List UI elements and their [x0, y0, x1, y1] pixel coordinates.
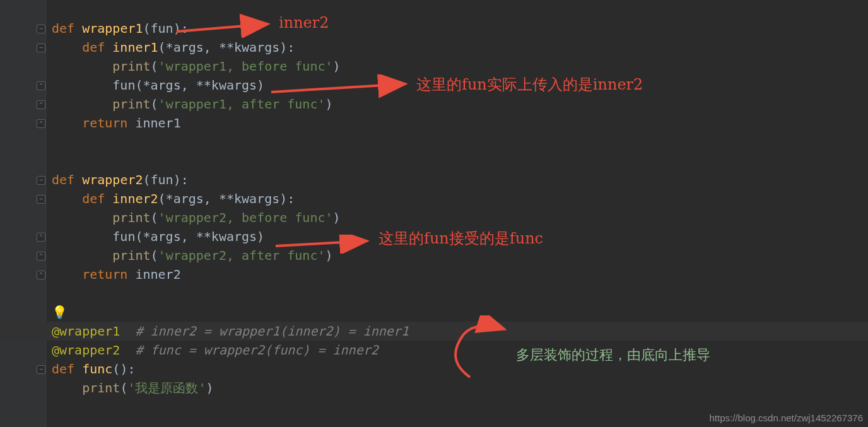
fold-end-icon[interactable]: ⌃: [37, 119, 45, 128]
code-line: print('wrapper2, after func'): [52, 246, 868, 265]
code-line: def inner2(*args, **kwargs):: [52, 189, 868, 208]
code-line: 💡: [52, 303, 868, 322]
bulb-icon[interactable]: 💡: [52, 305, 67, 320]
annotation-label: 这里的fun实际上传入的是inner2: [416, 74, 643, 95]
fold-icon[interactable]: −: [37, 195, 45, 204]
fold-end-icon[interactable]: ⌃: [37, 271, 45, 279]
code-line: [52, 0, 868, 19]
fold-icon[interactable]: −: [37, 176, 45, 185]
code-editor: − − ⌃ ⌃ ⌃ − − ⌃ ⌃ ⌃ − def wrapper1(fun):…: [0, 0, 868, 427]
code-line: def func():: [52, 360, 868, 378]
fold-end-icon[interactable]: ⌃: [37, 252, 45, 260]
code-line: @wrapper1 # inner2 = wrapper1(inner2) = …: [52, 322, 868, 341]
code-line: print('我是原函数'): [52, 378, 868, 397]
fold-end-icon[interactable]: ⌃: [37, 100, 45, 109]
code-area[interactable]: def wrapper1(fun): def inner1(*args, **k…: [52, 0, 868, 397]
fold-end-icon[interactable]: ⌃: [37, 81, 45, 90]
fold-end-icon[interactable]: ⌃: [37, 233, 45, 242]
code-line: def wrapper2(fun):: [52, 170, 868, 189]
code-line: print('wrapper2, before func'): [52, 208, 868, 227]
code-line: def wrapper1(fun):: [52, 19, 868, 38]
code-line: print('wrapper1, after func'): [52, 95, 868, 114]
gutter: − − ⌃ ⌃ ⌃ − − ⌃ ⌃ ⌃ −: [0, 0, 46, 427]
code-line: return inner1: [52, 114, 868, 132]
code-line: return inner2: [52, 265, 868, 284]
code-line: print('wrapper1, before func'): [52, 57, 868, 76]
fold-icon[interactable]: −: [37, 365, 45, 374]
code-line: def inner1(*args, **kwargs):: [52, 38, 868, 57]
watermark: https://blog.csdn.net/zwj1452267376: [709, 412, 863, 423]
code-line: @wrapper2 # func = wrapper2(func) = inne…: [52, 341, 868, 360]
code-line: [52, 132, 868, 151]
code-line: [52, 151, 868, 170]
fold-icon[interactable]: −: [37, 25, 45, 33]
annotation-label: 这里的fun接受的是func: [378, 228, 543, 249]
annotation-label: inner2: [279, 14, 329, 32]
code-line: [52, 284, 868, 303]
annotation-label: 多层装饰的过程，由底向上推导: [516, 346, 710, 365]
fold-icon[interactable]: −: [37, 44, 45, 52]
